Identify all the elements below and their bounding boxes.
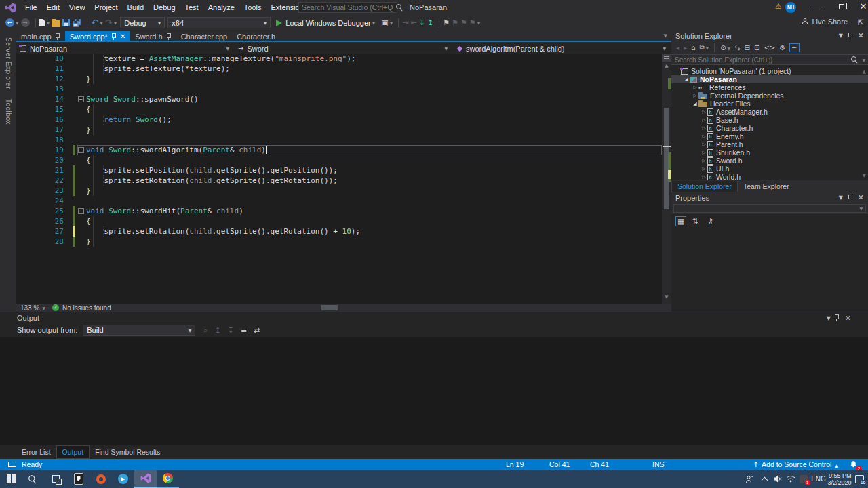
previous-message-icon[interactable]: ↥ — [214, 326, 220, 335]
tree-item-sword.h[interactable]: ▷Sword.h — [671, 157, 868, 165]
tree-scroll-up[interactable]: ▲ — [863, 69, 866, 75]
fold-margin[interactable] — [77, 176, 86, 186]
fold-margin[interactable] — [77, 104, 86, 115]
attach-to-process-button[interactable]: ▣▼ — [381, 18, 393, 27]
start-debugging-button[interactable]: Local Windows Debugger▼ — [276, 19, 375, 27]
collapse-box-icon[interactable]: − — [78, 96, 84, 102]
tree-item-ui.h[interactable]: ▷UI.h — [671, 165, 868, 173]
navigate-back-button[interactable]: ←▼ — [5, 18, 19, 27]
fold-margin[interactable] — [77, 84, 86, 94]
code-line-15[interactable]: 15{ — [16, 104, 662, 115]
health-check-icon[interactable]: ✓ — [52, 304, 59, 311]
fold-margin[interactable] — [77, 226, 86, 237]
fold-margin[interactable]: − — [77, 94, 86, 104]
volume-muted-tray-icon[interactable] — [770, 470, 784, 488]
show-all-files-icon[interactable]: ⊡ — [754, 44, 760, 52]
collapsed-arrow-icon[interactable]: ▷ — [701, 142, 707, 147]
epic-games-app[interactable] — [67, 470, 90, 488]
editor-vertical-scrollbar[interactable]: ▲ ▼ — [662, 54, 671, 304]
navigate-forward-code-button[interactable]: ↥ — [427, 18, 433, 27]
split-window-handle[interactable] — [662, 54, 671, 62]
undo-button[interactable]: ↶▼ — [91, 18, 103, 27]
start-button[interactable] — [0, 470, 22, 488]
code-line-22[interactable]: 22 sprite.setRotation(child.getSprite().… — [16, 176, 662, 186]
collapsed-arrow-icon[interactable]: ▷ — [701, 117, 707, 123]
collapse-box-icon[interactable]: − — [78, 208, 84, 214]
tree-item-references[interactable]: ▷References — [671, 83, 868, 92]
collapse-box-icon[interactable]: − — [78, 147, 84, 153]
fold-margin[interactable] — [77, 125, 86, 135]
line-number[interactable]: 16 — [37, 115, 64, 125]
collapse-all-icon[interactable]: ⊟ — [745, 44, 750, 52]
column-indicator[interactable]: Col 41 — [549, 459, 570, 470]
quick-search-box[interactable] — [298, 2, 397, 13]
task-view-button[interactable] — [45, 470, 67, 488]
pin-icon[interactable] — [55, 33, 60, 40]
fold-margin[interactable] — [77, 186, 86, 196]
send-feedback-button[interactable]: ⇱ — [858, 18, 864, 27]
solution-explorer-search[interactable]: ▼ — [671, 54, 868, 65]
type-dropdown[interactable]: → Sword▼ — [235, 43, 453, 54]
project-dropdown[interactable]: NoPasaran▼ — [16, 43, 235, 54]
line-number[interactable]: 13 — [37, 84, 64, 94]
sync-with-active-document-icon[interactable]: ⇆ — [734, 44, 740, 52]
user-avatar[interactable]: NH — [785, 2, 796, 13]
code-line-23[interactable]: 23} — [16, 186, 662, 196]
tab-character.cpp[interactable]: Character.cpp — [176, 30, 232, 42]
previous-bookmark-button[interactable]: ⚑ — [452, 18, 458, 27]
minimize-button[interactable]: — — [807, 0, 827, 15]
character-indicator[interactable]: Ch 41 — [590, 459, 609, 470]
menu-analyze[interactable]: Analyze — [203, 0, 239, 15]
line-number[interactable]: 24 — [37, 196, 64, 206]
clock[interactable]: 9:55 PM 3/2/2020 — [827, 470, 852, 488]
view-code-icon[interactable]: <> — [764, 44, 775, 52]
switch-views-icon[interactable]: ⧉▼ — [699, 43, 709, 52]
solution-platforms-dropdown[interactable]: x64▼ — [167, 17, 271, 28]
forward-icon[interactable]: ▸ — [684, 44, 687, 52]
line-number[interactable]: 22 — [37, 176, 64, 186]
tab-main.cpp[interactable]: main.cpp — [16, 30, 65, 42]
alphabetical-sort-icon[interactable]: ⇅ — [692, 217, 698, 226]
health-status[interactable]: No issues found — [62, 304, 111, 312]
panel-tab-team-explorer[interactable]: Team Explorer — [738, 181, 795, 192]
member-dropdown[interactable]: swordAlgoritm(Parent & child)▼ — [453, 43, 671, 54]
document-list-dropdown[interactable]: ▼ — [660, 30, 671, 41]
code-line-14[interactable]: 14−Sword Sword::spawnSword() — [16, 94, 662, 104]
wifi-tray-icon[interactable] — [784, 470, 797, 488]
close-icon[interactable]: ✕ — [845, 314, 851, 323]
tree-item-solution-nopasaran-1-project-[interactable]: Solution 'NoPasaran' (1 project) — [671, 67, 868, 75]
pin-icon[interactable] — [848, 195, 853, 201]
navigate-forward-button[interactable]: → — [21, 18, 30, 27]
show-hidden-icons-chevron[interactable] — [758, 470, 770, 488]
line-number[interactable]: 20 — [37, 155, 64, 165]
menu-file[interactable]: File — [20, 0, 42, 15]
tree-item-header-files[interactable]: ◢Header Files — [671, 100, 868, 108]
quick-search-input[interactable] — [299, 3, 396, 12]
fold-margin[interactable]: − — [77, 206, 86, 216]
telegram-app[interactable] — [112, 470, 134, 488]
window-menu-icon[interactable]: ▼ — [827, 315, 831, 321]
toolbox-tab[interactable]: Toolbox — [5, 99, 12, 125]
line-number[interactable]: 19 — [37, 145, 64, 155]
line-number[interactable]: 12 — [37, 74, 64, 84]
line-number[interactable]: 23 — [37, 186, 64, 196]
code-line-25[interactable]: 25−void Sword::swordHit(Parent& child) — [16, 206, 662, 216]
code-line-28[interactable]: 28} — [16, 237, 662, 247]
fold-margin[interactable] — [77, 216, 86, 226]
restore-button[interactable] — [831, 0, 852, 15]
pin-icon[interactable] — [166, 33, 172, 40]
line-number[interactable]: 17 — [37, 125, 64, 135]
step-over-button[interactable]: ⇤ — [411, 18, 417, 27]
toggle-word-wrap-icon[interactable]: ⇄ — [254, 326, 260, 335]
expanded-arrow-icon[interactable]: ◢ — [692, 101, 698, 106]
tree-item-parent.h[interactable]: ▷Parent.h — [671, 140, 868, 148]
bottom-tab-error-list[interactable]: Error List — [16, 446, 56, 458]
fold-margin[interactable]: − — [77, 145, 86, 155]
tab-sword.h[interactable]: Sword.h — [130, 30, 176, 42]
code-line-21[interactable]: 21 sprite.setPosition(child.getSprite().… — [16, 165, 662, 176]
line-number[interactable]: 26 — [37, 216, 64, 226]
window-menu-icon[interactable]: ▼ — [839, 33, 843, 39]
line-indicator[interactable]: Ln 19 — [506, 459, 524, 470]
collapsed-arrow-icon[interactable]: ▷ — [701, 125, 707, 131]
code-line-27[interactable]: 27 sprite.setRotation(child.getSprite().… — [16, 226, 662, 237]
